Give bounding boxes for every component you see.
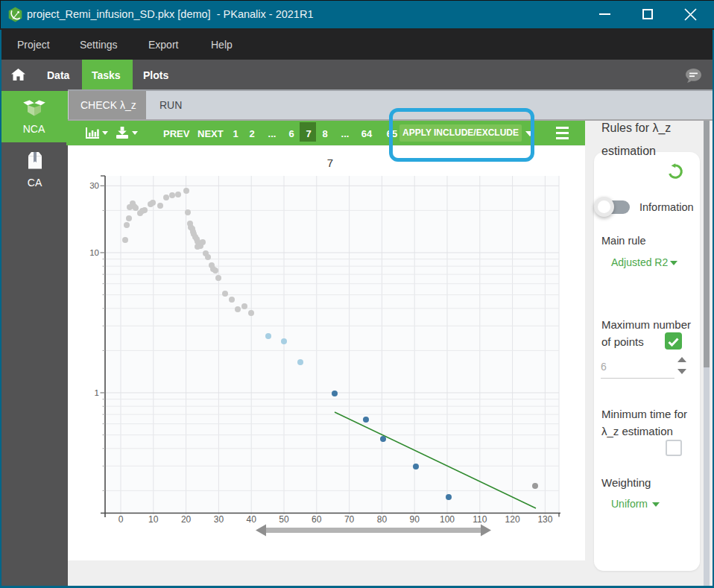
svg-text:30: 30 — [89, 181, 99, 190]
svg-text:120: 120 — [505, 514, 520, 525]
svg-text:20: 20 — [181, 514, 192, 525]
svg-text:40: 40 — [247, 514, 257, 525]
svg-text:50: 50 — [279, 514, 289, 525]
svg-text:30: 30 — [214, 514, 224, 525]
svg-text:10: 10 — [89, 248, 99, 257]
svg-text:100: 100 — [440, 514, 455, 525]
svg-text:90: 90 — [410, 514, 420, 525]
svg-text:10: 10 — [148, 514, 159, 525]
svg-text:1: 1 — [95, 388, 99, 397]
svg-text:130: 130 — [537, 514, 552, 525]
svg-text:110: 110 — [473, 514, 487, 525]
svg-text:70: 70 — [344, 514, 355, 525]
svg-text:0: 0 — [119, 514, 124, 525]
svg-text:60: 60 — [312, 514, 322, 525]
svg-text:80: 80 — [377, 514, 388, 525]
svg-text:7: 7 — [327, 157, 333, 169]
